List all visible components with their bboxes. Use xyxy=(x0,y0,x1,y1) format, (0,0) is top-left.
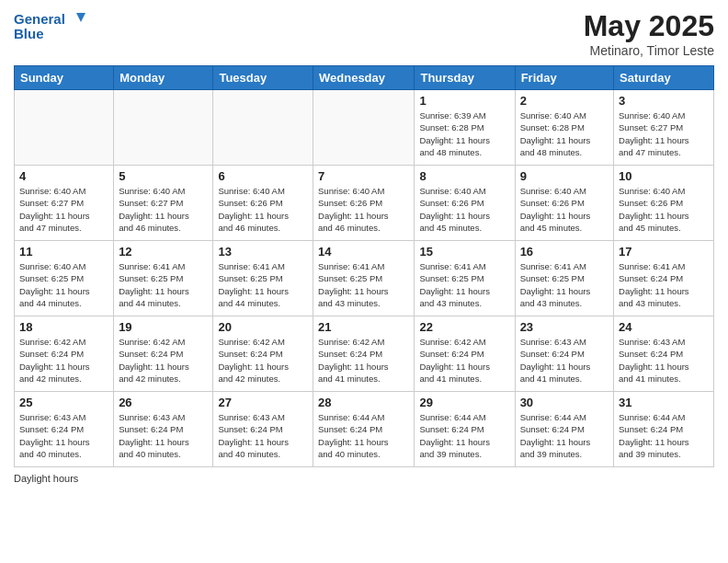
calendar-cell xyxy=(313,90,415,166)
calendar-header-row: Sunday Monday Tuesday Wednesday Thursday… xyxy=(15,66,714,90)
day-number: 9 xyxy=(520,169,609,183)
calendar-cell: 4Sunrise: 6:40 AM Sunset: 6:27 PM Daylig… xyxy=(15,166,114,241)
calendar-cell: 29Sunrise: 6:44 AM Sunset: 6:24 PM Dayli… xyxy=(415,392,515,467)
day-number: 13 xyxy=(218,245,308,259)
day-info: Sunrise: 6:44 AM Sunset: 6:24 PM Dayligh… xyxy=(318,411,409,460)
svg-text:Blue: Blue xyxy=(14,26,44,41)
day-number: 25 xyxy=(19,396,108,409)
day-number: 5 xyxy=(119,169,208,183)
day-info: Sunrise: 6:43 AM Sunset: 6:24 PM Dayligh… xyxy=(119,411,208,460)
header: General Blue May 2025 Metinaro, Timor Le… xyxy=(14,9,714,58)
calendar-cell: 14Sunrise: 6:41 AM Sunset: 6:25 PM Dayli… xyxy=(313,241,415,316)
calendar-week-2: 4Sunrise: 6:40 AM Sunset: 6:27 PM Daylig… xyxy=(15,166,714,241)
day-info: Sunrise: 6:41 AM Sunset: 6:25 PM Dayligh… xyxy=(419,260,509,309)
day-number: 6 xyxy=(218,169,308,183)
calendar-cell: 12Sunrise: 6:41 AM Sunset: 6:25 PM Dayli… xyxy=(114,241,213,316)
day-info: Sunrise: 6:40 AM Sunset: 6:27 PM Dayligh… xyxy=(19,185,108,234)
calendar-cell xyxy=(114,90,213,166)
day-number: 31 xyxy=(619,396,709,409)
day-number: 10 xyxy=(619,169,709,183)
day-info: Sunrise: 6:40 AM Sunset: 6:27 PM Dayligh… xyxy=(119,185,208,234)
calendar-week-1: 1Sunrise: 6:39 AM Sunset: 6:28 PM Daylig… xyxy=(15,90,714,166)
day-number: 22 xyxy=(419,320,509,334)
calendar-cell: 22Sunrise: 6:42 AM Sunset: 6:24 PM Dayli… xyxy=(415,316,515,392)
day-number: 3 xyxy=(619,94,709,108)
day-number: 1 xyxy=(419,94,509,108)
day-number: 8 xyxy=(419,169,509,183)
day-info: Sunrise: 6:42 AM Sunset: 6:24 PM Dayligh… xyxy=(19,336,108,385)
page: General Blue May 2025 Metinaro, Timor Le… xyxy=(0,0,728,563)
calendar-cell: 7Sunrise: 6:40 AM Sunset: 6:26 PM Daylig… xyxy=(313,166,415,241)
calendar-cell: 27Sunrise: 6:43 AM Sunset: 6:24 PM Dayli… xyxy=(213,392,313,467)
calendar-cell: 21Sunrise: 6:42 AM Sunset: 6:24 PM Dayli… xyxy=(313,316,415,392)
col-tuesday: Tuesday xyxy=(213,66,313,90)
day-number: 26 xyxy=(119,396,208,409)
calendar-week-5: 25Sunrise: 6:43 AM Sunset: 6:24 PM Dayli… xyxy=(15,392,714,467)
day-info: Sunrise: 6:44 AM Sunset: 6:24 PM Dayligh… xyxy=(619,411,709,460)
col-saturday: Saturday xyxy=(614,66,714,90)
day-number: 20 xyxy=(218,320,308,334)
calendar-cell: 18Sunrise: 6:42 AM Sunset: 6:24 PM Dayli… xyxy=(15,316,114,392)
calendar-cell: 13Sunrise: 6:41 AM Sunset: 6:25 PM Dayli… xyxy=(213,241,313,316)
day-info: Sunrise: 6:41 AM Sunset: 6:25 PM Dayligh… xyxy=(218,260,308,309)
logo: General Blue xyxy=(14,9,87,48)
day-info: Sunrise: 6:40 AM Sunset: 6:28 PM Dayligh… xyxy=(520,109,609,158)
day-number: 29 xyxy=(419,396,509,409)
calendar-cell: 6Sunrise: 6:40 AM Sunset: 6:26 PM Daylig… xyxy=(213,166,313,241)
calendar-cell: 23Sunrise: 6:43 AM Sunset: 6:24 PM Dayli… xyxy=(515,316,613,392)
day-number: 24 xyxy=(619,320,709,334)
day-info: Sunrise: 6:40 AM Sunset: 6:26 PM Dayligh… xyxy=(419,185,509,234)
col-monday: Monday xyxy=(114,66,213,90)
day-number: 2 xyxy=(520,94,609,108)
day-number: 28 xyxy=(318,396,409,409)
day-info: Sunrise: 6:42 AM Sunset: 6:24 PM Dayligh… xyxy=(218,336,308,385)
calendar-cell xyxy=(15,90,114,166)
calendar-cell: 28Sunrise: 6:44 AM Sunset: 6:24 PM Dayli… xyxy=(313,392,415,467)
day-info: Sunrise: 6:41 AM Sunset: 6:25 PM Dayligh… xyxy=(119,260,208,309)
day-info: Sunrise: 6:41 AM Sunset: 6:25 PM Dayligh… xyxy=(520,260,609,309)
calendar-cell: 11Sunrise: 6:40 AM Sunset: 6:25 PM Dayli… xyxy=(15,241,114,316)
svg-text:General: General xyxy=(14,11,65,27)
calendar-cell: 2Sunrise: 6:40 AM Sunset: 6:28 PM Daylig… xyxy=(515,90,613,166)
calendar-cell: 1Sunrise: 6:39 AM Sunset: 6:28 PM Daylig… xyxy=(415,90,515,166)
day-number: 27 xyxy=(218,396,308,409)
calendar-cell: 19Sunrise: 6:42 AM Sunset: 6:24 PM Dayli… xyxy=(114,316,213,392)
day-number: 15 xyxy=(419,245,509,259)
calendar-cell: 24Sunrise: 6:43 AM Sunset: 6:24 PM Dayli… xyxy=(614,316,714,392)
day-info: Sunrise: 6:43 AM Sunset: 6:24 PM Dayligh… xyxy=(218,411,308,460)
calendar-cell xyxy=(213,90,313,166)
col-sunday: Sunday xyxy=(15,66,114,90)
day-number: 23 xyxy=(520,320,609,334)
calendar-cell: 26Sunrise: 6:43 AM Sunset: 6:24 PM Dayli… xyxy=(114,392,213,467)
calendar-cell: 31Sunrise: 6:44 AM Sunset: 6:24 PM Dayli… xyxy=(614,392,714,467)
day-number: 21 xyxy=(318,320,409,334)
calendar-cell: 20Sunrise: 6:42 AM Sunset: 6:24 PM Dayli… xyxy=(213,316,313,392)
day-info: Sunrise: 6:42 AM Sunset: 6:24 PM Dayligh… xyxy=(318,336,409,385)
day-number: 4 xyxy=(19,169,108,183)
day-number: 14 xyxy=(318,245,409,259)
calendar-cell: 16Sunrise: 6:41 AM Sunset: 6:25 PM Dayli… xyxy=(515,241,613,316)
day-number: 19 xyxy=(119,320,208,334)
day-info: Sunrise: 6:44 AM Sunset: 6:24 PM Dayligh… xyxy=(520,411,609,460)
calendar-cell: 10Sunrise: 6:40 AM Sunset: 6:26 PM Dayli… xyxy=(614,166,714,241)
col-wednesday: Wednesday xyxy=(313,66,415,90)
calendar-cell: 25Sunrise: 6:43 AM Sunset: 6:24 PM Dayli… xyxy=(15,392,114,467)
main-title: May 2025 xyxy=(584,9,714,43)
day-info: Sunrise: 6:40 AM Sunset: 6:26 PM Dayligh… xyxy=(520,185,609,234)
day-info: Sunrise: 6:40 AM Sunset: 6:26 PM Dayligh… xyxy=(218,185,308,234)
calendar-cell: 5Sunrise: 6:40 AM Sunset: 6:27 PM Daylig… xyxy=(114,166,213,241)
day-info: Sunrise: 6:41 AM Sunset: 6:25 PM Dayligh… xyxy=(318,260,409,309)
day-info: Sunrise: 6:41 AM Sunset: 6:24 PM Dayligh… xyxy=(619,260,709,309)
footer-text: Daylight hours xyxy=(14,473,78,484)
col-friday: Friday xyxy=(515,66,613,90)
calendar-cell: 15Sunrise: 6:41 AM Sunset: 6:25 PM Dayli… xyxy=(415,241,515,316)
calendar-cell: 8Sunrise: 6:40 AM Sunset: 6:26 PM Daylig… xyxy=(415,166,515,241)
day-info: Sunrise: 6:40 AM Sunset: 6:26 PM Dayligh… xyxy=(619,185,709,234)
calendar-cell: 3Sunrise: 6:40 AM Sunset: 6:27 PM Daylig… xyxy=(614,90,714,166)
svg-marker-2 xyxy=(76,13,85,22)
day-number: 12 xyxy=(119,245,208,259)
calendar-cell: 17Sunrise: 6:41 AM Sunset: 6:24 PM Dayli… xyxy=(614,241,714,316)
day-info: Sunrise: 6:40 AM Sunset: 6:25 PM Dayligh… xyxy=(19,260,108,309)
calendar-cell: 30Sunrise: 6:44 AM Sunset: 6:24 PM Dayli… xyxy=(515,392,613,467)
day-info: Sunrise: 6:42 AM Sunset: 6:24 PM Dayligh… xyxy=(119,336,208,385)
